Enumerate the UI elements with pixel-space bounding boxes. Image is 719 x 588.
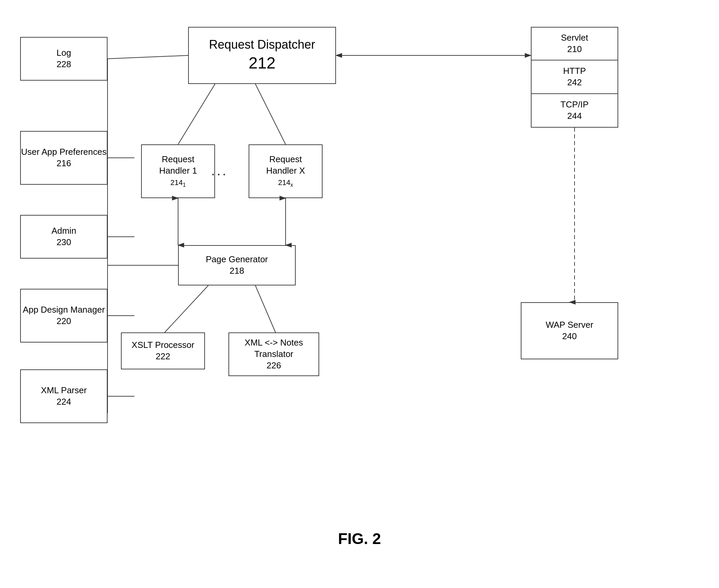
tcpip-label: TCP/IP — [560, 99, 589, 110]
box-user-app: User App Preferences 216 — [20, 131, 107, 185]
app-design-number: 220 — [57, 316, 71, 327]
box-http: HTTP 242 — [531, 60, 618, 94]
box-request-handler-x: RequestHandler X214x — [249, 144, 323, 198]
app-design-label: App Design Manager — [23, 304, 105, 316]
log-number: 228 — [57, 59, 71, 70]
request-dispatcher-number: 212 — [249, 53, 275, 74]
admin-number: 230 — [57, 237, 71, 248]
page-gen-label: Page Generator — [206, 254, 268, 265]
svg-line-18 — [165, 286, 208, 333]
xml-parser-label: XML Parser — [41, 385, 87, 396]
box-servlet: Servlet 210 — [531, 27, 618, 60]
xslt-label: XSLT Processor — [132, 339, 194, 351]
xml-parser-number: 224 — [57, 396, 71, 408]
box-log: Log 228 — [20, 37, 107, 81]
box-admin: Admin 230 — [20, 215, 107, 258]
xml-notes-number: 226 — [266, 360, 281, 372]
rhx-label: RequestHandler X214x — [266, 154, 305, 189]
diagram: Log 228 User App Preferences 216 Admin 2… — [0, 0, 719, 588]
box-xml-notes: XML <-> Notes Translator 226 — [228, 333, 319, 376]
request-dispatcher-label: Request Dispatcher — [209, 37, 315, 53]
http-label: HTTP — [563, 65, 586, 77]
admin-label: Admin — [52, 225, 76, 237]
rh1-label: RequestHandler 12141 — [159, 154, 197, 189]
user-app-number: 216 — [57, 158, 71, 169]
svg-line-5 — [107, 56, 188, 59]
box-tcpip: TCP/IP 244 — [531, 94, 618, 128]
box-page-generator: Page Generator 218 — [178, 245, 296, 286]
box-xml-parser: XML Parser 224 — [20, 370, 107, 423]
http-number: 242 — [567, 77, 581, 88]
figure-label: FIG. 2 — [338, 529, 381, 548]
box-wap: WAP Server 240 — [521, 302, 618, 359]
servlet-label: Servlet — [561, 32, 588, 44]
box-request-dispatcher: Request Dispatcher 212 — [188, 27, 336, 84]
svg-line-19 — [255, 286, 275, 333]
log-label: Log — [57, 47, 71, 59]
page-gen-number: 218 — [229, 265, 244, 277]
svg-line-13 — [178, 84, 215, 144]
wap-label: WAP Server — [546, 319, 593, 331]
box-app-design: App Design Manager 220 — [20, 289, 107, 342]
tcpip-number: 244 — [567, 110, 581, 122]
wap-number: 240 — [562, 331, 577, 342]
xml-notes-label: XML <-> Notes Translator — [229, 337, 319, 360]
xslt-number: 222 — [156, 351, 170, 362]
user-app-label: User App Preferences — [21, 146, 106, 158]
box-request-handler-1: RequestHandler 12141 — [141, 144, 215, 198]
box-xslt: XSLT Processor 222 — [121, 333, 205, 370]
servlet-number: 210 — [567, 44, 581, 55]
svg-line-14 — [255, 84, 286, 144]
